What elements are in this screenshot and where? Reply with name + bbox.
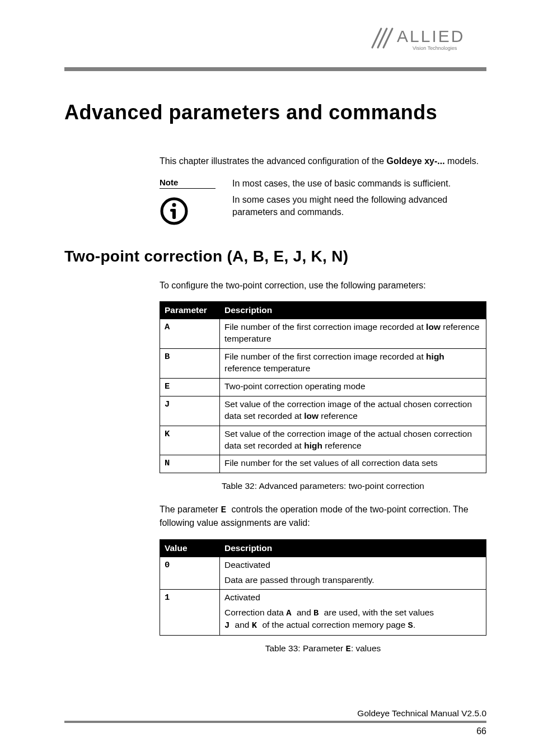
param-cell: J	[160, 396, 220, 426]
body-column: This chapter illustrates the advanced co…	[160, 155, 486, 228]
col-header-value: Value	[160, 539, 220, 557]
note-line-2: In some cases you might need the followi…	[232, 194, 486, 218]
table-row: E Two-point correction operating mode	[160, 378, 486, 396]
note-left: Note	[160, 178, 232, 228]
param-cell: E	[160, 378, 220, 396]
desc-cell: Activated Correction data A and B are us…	[220, 590, 486, 636]
desc-cell: File number for the set values of all co…	[220, 455, 486, 473]
section-title: Two-point correction (A, B, E, J, K, N)	[64, 248, 486, 265]
content-area: Advanced parameters and commands This ch…	[0, 73, 534, 654]
table-row: K Set value of the correction image of t…	[160, 426, 486, 455]
param-cell: K	[160, 426, 220, 455]
value-cell: 0	[160, 557, 220, 590]
header-rule	[64, 67, 486, 71]
table-header-row: Value Description	[160, 539, 486, 557]
value-table: Value Description 0 Deactivated Data are…	[160, 539, 486, 636]
table-caption: Table 32: Advanced parameters: two-point…	[160, 481, 486, 491]
table-row: B File number of the first correction im…	[160, 349, 486, 379]
table-row: 0 Deactivated Data are passed through tr…	[160, 557, 486, 590]
table-row: A File number of the first correction im…	[160, 319, 486, 349]
mid-paragraph: The parameter E controls the operation m…	[160, 503, 486, 529]
intro-paragraph: This chapter illustrates the advanced co…	[160, 155, 486, 167]
col-header-parameter: Parameter	[160, 302, 220, 319]
manual-title: Goldeye Technical Manual V2.5.0	[64, 708, 486, 718]
intro-bold: Goldeye xy-...	[387, 156, 445, 166]
desc-cell: File number of the first correction imag…	[220, 349, 486, 379]
table-caption-2: Table 33: Parameter E: values	[160, 643, 486, 654]
page-number: 66	[476, 726, 486, 736]
section-intro: To configure the two-point correction, u…	[160, 279, 486, 292]
svg-rect-6	[170, 209, 176, 212]
intro-pre: This chapter illustrates the advanced co…	[160, 156, 387, 166]
table-row: J Set value of the correction image of t…	[160, 396, 486, 426]
page-footer: Goldeye Technical Manual V2.5.0 66	[64, 708, 486, 736]
note-block: Note In most cases, the use of basic com…	[160, 178, 486, 228]
table-header-row: Parameter Description	[160, 302, 486, 319]
note-line-1: In most cases, the use of basic commands…	[232, 178, 486, 190]
table-row: 1 Activated Correction data A and B are …	[160, 590, 486, 636]
footer-row: 66	[64, 726, 486, 736]
note-label: Note	[160, 178, 216, 189]
info-icon	[160, 197, 232, 228]
desc-cell: Two-point correction operating mode	[220, 378, 486, 396]
allied-logo: ALLIED Vision Technologies	[369, 25, 486, 58]
logo-main-text: ALLIED	[397, 27, 465, 45]
value-cell: 1	[160, 590, 220, 636]
col-header-description: Description	[220, 302, 486, 319]
desc-cell: File number of the first correction imag…	[220, 319, 486, 349]
param-cell: A	[160, 319, 220, 349]
parameter-table: Parameter Description A File number of t…	[160, 301, 486, 473]
desc-cell: Set value of the correction image of the…	[220, 426, 486, 455]
col-header-description: Description	[220, 539, 486, 557]
desc-cell: Set value of the correction image of the…	[220, 396, 486, 426]
logo-sub-text: Vision Technologies	[413, 45, 457, 51]
footer-rule	[64, 721, 486, 723]
page-header: ALLIED Vision Technologies	[0, 0, 534, 73]
svg-point-4	[172, 203, 176, 207]
param-cell: N	[160, 455, 220, 473]
section-body: To configure the two-point correction, u…	[160, 279, 486, 655]
desc-cell: Deactivated Data are passed through tran…	[220, 557, 486, 590]
note-text: In most cases, the use of basic commands…	[232, 178, 486, 228]
page: ALLIED Vision Technologies Advanced para…	[0, 0, 534, 756]
chapter-title: Advanced parameters and commands	[64, 101, 486, 124]
param-cell: B	[160, 349, 220, 379]
intro-post: models.	[445, 156, 479, 166]
table-row: N File number for the set values of all …	[160, 455, 486, 473]
